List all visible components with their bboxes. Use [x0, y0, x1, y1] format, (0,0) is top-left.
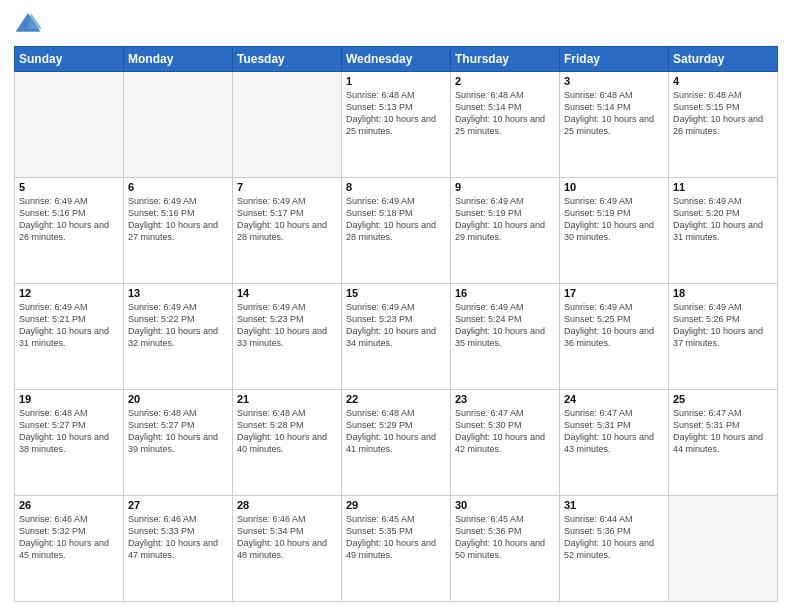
day-number: 30 — [455, 499, 555, 511]
calendar-cell: 27Sunrise: 6:46 AM Sunset: 5:33 PM Dayli… — [124, 496, 233, 602]
day-number: 9 — [455, 181, 555, 193]
day-number: 20 — [128, 393, 228, 405]
day-info: Sunrise: 6:48 AM Sunset: 5:14 PM Dayligh… — [455, 89, 555, 138]
day-info: Sunrise: 6:46 AM Sunset: 5:34 PM Dayligh… — [237, 513, 337, 562]
calendar-cell: 10Sunrise: 6:49 AM Sunset: 5:19 PM Dayli… — [560, 178, 669, 284]
day-number: 13 — [128, 287, 228, 299]
day-info: Sunrise: 6:48 AM Sunset: 5:15 PM Dayligh… — [673, 89, 773, 138]
calendar-cell — [669, 496, 778, 602]
logo-icon — [14, 10, 42, 38]
calendar-cell: 8Sunrise: 6:49 AM Sunset: 5:18 PM Daylig… — [342, 178, 451, 284]
day-number: 17 — [564, 287, 664, 299]
weekday-header-tuesday: Tuesday — [233, 47, 342, 72]
day-number: 12 — [19, 287, 119, 299]
calendar-cell: 16Sunrise: 6:49 AM Sunset: 5:24 PM Dayli… — [451, 284, 560, 390]
day-number: 21 — [237, 393, 337, 405]
weekday-header-saturday: Saturday — [669, 47, 778, 72]
day-info: Sunrise: 6:48 AM Sunset: 5:28 PM Dayligh… — [237, 407, 337, 456]
day-info: Sunrise: 6:49 AM Sunset: 5:17 PM Dayligh… — [237, 195, 337, 244]
header — [14, 10, 778, 38]
day-info: Sunrise: 6:48 AM Sunset: 5:27 PM Dayligh… — [128, 407, 228, 456]
calendar-cell: 2Sunrise: 6:48 AM Sunset: 5:14 PM Daylig… — [451, 72, 560, 178]
day-number: 29 — [346, 499, 446, 511]
day-info: Sunrise: 6:49 AM Sunset: 5:24 PM Dayligh… — [455, 301, 555, 350]
calendar-cell: 24Sunrise: 6:47 AM Sunset: 5:31 PM Dayli… — [560, 390, 669, 496]
day-info: Sunrise: 6:49 AM Sunset: 5:23 PM Dayligh… — [346, 301, 446, 350]
day-number: 19 — [19, 393, 119, 405]
calendar-cell: 9Sunrise: 6:49 AM Sunset: 5:19 PM Daylig… — [451, 178, 560, 284]
day-number: 16 — [455, 287, 555, 299]
day-number: 2 — [455, 75, 555, 87]
page: SundayMondayTuesdayWednesdayThursdayFrid… — [0, 0, 792, 612]
day-info: Sunrise: 6:49 AM Sunset: 5:22 PM Dayligh… — [128, 301, 228, 350]
calendar-cell: 30Sunrise: 6:45 AM Sunset: 5:36 PM Dayli… — [451, 496, 560, 602]
calendar-cell: 28Sunrise: 6:46 AM Sunset: 5:34 PM Dayli… — [233, 496, 342, 602]
day-number: 8 — [346, 181, 446, 193]
day-number: 15 — [346, 287, 446, 299]
day-info: Sunrise: 6:48 AM Sunset: 5:27 PM Dayligh… — [19, 407, 119, 456]
calendar-cell: 29Sunrise: 6:45 AM Sunset: 5:35 PM Dayli… — [342, 496, 451, 602]
day-info: Sunrise: 6:49 AM Sunset: 5:21 PM Dayligh… — [19, 301, 119, 350]
day-number: 24 — [564, 393, 664, 405]
day-info: Sunrise: 6:44 AM Sunset: 5:36 PM Dayligh… — [564, 513, 664, 562]
day-number: 11 — [673, 181, 773, 193]
day-info: Sunrise: 6:49 AM Sunset: 5:26 PM Dayligh… — [673, 301, 773, 350]
day-number: 27 — [128, 499, 228, 511]
day-info: Sunrise: 6:49 AM Sunset: 5:19 PM Dayligh… — [564, 195, 664, 244]
day-number: 14 — [237, 287, 337, 299]
day-info: Sunrise: 6:48 AM Sunset: 5:14 PM Dayligh… — [564, 89, 664, 138]
day-number: 3 — [564, 75, 664, 87]
day-number: 28 — [237, 499, 337, 511]
day-info: Sunrise: 6:49 AM Sunset: 5:16 PM Dayligh… — [19, 195, 119, 244]
day-info: Sunrise: 6:45 AM Sunset: 5:35 PM Dayligh… — [346, 513, 446, 562]
week-row-4: 19Sunrise: 6:48 AM Sunset: 5:27 PM Dayli… — [15, 390, 778, 496]
weekday-header-row: SundayMondayTuesdayWednesdayThursdayFrid… — [15, 47, 778, 72]
day-info: Sunrise: 6:47 AM Sunset: 5:30 PM Dayligh… — [455, 407, 555, 456]
weekday-header-sunday: Sunday — [15, 47, 124, 72]
calendar-cell: 20Sunrise: 6:48 AM Sunset: 5:27 PM Dayli… — [124, 390, 233, 496]
calendar-cell: 6Sunrise: 6:49 AM Sunset: 5:16 PM Daylig… — [124, 178, 233, 284]
calendar-cell: 15Sunrise: 6:49 AM Sunset: 5:23 PM Dayli… — [342, 284, 451, 390]
calendar-cell: 3Sunrise: 6:48 AM Sunset: 5:14 PM Daylig… — [560, 72, 669, 178]
calendar-cell: 17Sunrise: 6:49 AM Sunset: 5:25 PM Dayli… — [560, 284, 669, 390]
day-number: 26 — [19, 499, 119, 511]
calendar-cell: 4Sunrise: 6:48 AM Sunset: 5:15 PM Daylig… — [669, 72, 778, 178]
day-info: Sunrise: 6:47 AM Sunset: 5:31 PM Dayligh… — [673, 407, 773, 456]
calendar-table: SundayMondayTuesdayWednesdayThursdayFrid… — [14, 46, 778, 602]
day-number: 31 — [564, 499, 664, 511]
week-row-2: 5Sunrise: 6:49 AM Sunset: 5:16 PM Daylig… — [15, 178, 778, 284]
calendar-cell: 13Sunrise: 6:49 AM Sunset: 5:22 PM Dayli… — [124, 284, 233, 390]
day-number: 25 — [673, 393, 773, 405]
logo — [14, 10, 46, 38]
weekday-header-wednesday: Wednesday — [342, 47, 451, 72]
day-info: Sunrise: 6:49 AM Sunset: 5:16 PM Dayligh… — [128, 195, 228, 244]
day-info: Sunrise: 6:46 AM Sunset: 5:32 PM Dayligh… — [19, 513, 119, 562]
calendar-cell: 11Sunrise: 6:49 AM Sunset: 5:20 PM Dayli… — [669, 178, 778, 284]
day-number: 5 — [19, 181, 119, 193]
day-info: Sunrise: 6:48 AM Sunset: 5:13 PM Dayligh… — [346, 89, 446, 138]
day-number: 4 — [673, 75, 773, 87]
calendar-cell: 12Sunrise: 6:49 AM Sunset: 5:21 PM Dayli… — [15, 284, 124, 390]
calendar-cell: 1Sunrise: 6:48 AM Sunset: 5:13 PM Daylig… — [342, 72, 451, 178]
day-info: Sunrise: 6:46 AM Sunset: 5:33 PM Dayligh… — [128, 513, 228, 562]
weekday-header-thursday: Thursday — [451, 47, 560, 72]
day-info: Sunrise: 6:49 AM Sunset: 5:25 PM Dayligh… — [564, 301, 664, 350]
day-info: Sunrise: 6:49 AM Sunset: 5:20 PM Dayligh… — [673, 195, 773, 244]
calendar-cell: 31Sunrise: 6:44 AM Sunset: 5:36 PM Dayli… — [560, 496, 669, 602]
day-number: 18 — [673, 287, 773, 299]
weekday-header-monday: Monday — [124, 47, 233, 72]
day-info: Sunrise: 6:47 AM Sunset: 5:31 PM Dayligh… — [564, 407, 664, 456]
calendar-cell — [15, 72, 124, 178]
calendar-cell — [233, 72, 342, 178]
calendar-cell: 25Sunrise: 6:47 AM Sunset: 5:31 PM Dayli… — [669, 390, 778, 496]
week-row-3: 12Sunrise: 6:49 AM Sunset: 5:21 PM Dayli… — [15, 284, 778, 390]
day-info: Sunrise: 6:49 AM Sunset: 5:23 PM Dayligh… — [237, 301, 337, 350]
day-info: Sunrise: 6:48 AM Sunset: 5:29 PM Dayligh… — [346, 407, 446, 456]
calendar-cell: 18Sunrise: 6:49 AM Sunset: 5:26 PM Dayli… — [669, 284, 778, 390]
calendar-cell: 23Sunrise: 6:47 AM Sunset: 5:30 PM Dayli… — [451, 390, 560, 496]
calendar-cell: 26Sunrise: 6:46 AM Sunset: 5:32 PM Dayli… — [15, 496, 124, 602]
day-info: Sunrise: 6:49 AM Sunset: 5:19 PM Dayligh… — [455, 195, 555, 244]
day-number: 23 — [455, 393, 555, 405]
calendar-cell: 5Sunrise: 6:49 AM Sunset: 5:16 PM Daylig… — [15, 178, 124, 284]
calendar-cell: 21Sunrise: 6:48 AM Sunset: 5:28 PM Dayli… — [233, 390, 342, 496]
